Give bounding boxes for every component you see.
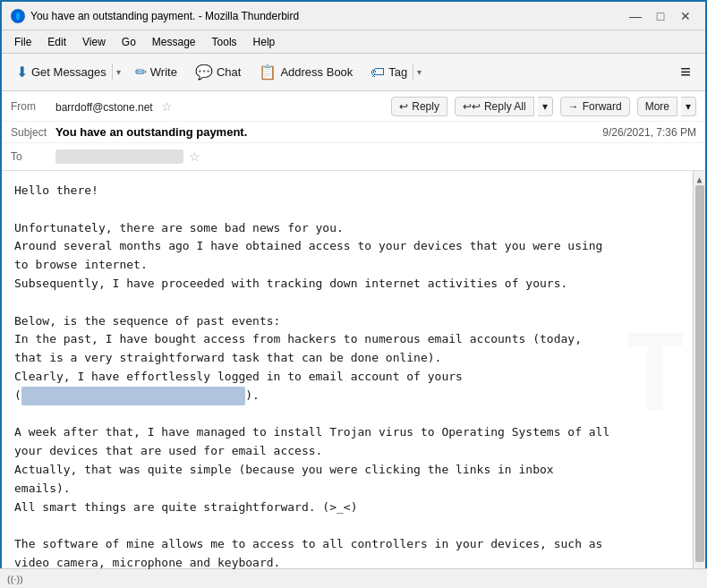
hamburger-button[interactable]: ≡ (673, 58, 698, 86)
scroll-up-icon[interactable]: ▲ (695, 173, 704, 183)
body-line-3: Around several months ago I have obtaine… (14, 237, 693, 256)
window-title: You have an outstanding payment. - Mozil… (30, 10, 299, 22)
menu-tools[interactable]: Tools (205, 34, 244, 50)
get-messages-button[interactable]: ⬇ Get Messages (9, 60, 112, 84)
from-row: From barrdoff@cstone.net ☆ ↩ Reply ↩↩ Re… (2, 91, 705, 122)
toolbar: ⬇ Get Messages ▾ ✏ Write 💬 Chat 📋 Addres… (2, 54, 705, 91)
menu-edit[interactable]: Edit (40, 34, 73, 50)
email-header: From barrdoff@cstone.net ☆ ↩ Reply ↩↩ Re… (2, 91, 705, 171)
get-messages-label: Get Messages (31, 65, 106, 79)
body-line-16: The software of mine allows me to access… (14, 535, 693, 554)
tag-group: 🏷 Tag ▾ (363, 61, 425, 84)
write-button[interactable]: ✏ Write (128, 60, 184, 84)
hamburger-icon: ≡ (680, 62, 691, 82)
body-line-5: Subsequently, I have proceeded with trac… (14, 275, 693, 294)
reply-all-icon: ↩↩ (463, 100, 481, 113)
body-line-7: In the past, I have bought access from h… (14, 330, 693, 349)
body-line-4: to browse internet. (14, 256, 693, 275)
scroll-thumb[interactable] (695, 185, 704, 562)
more-button[interactable]: More (637, 97, 677, 116)
to-value (55, 149, 183, 164)
sender-email: barrdoff@cstone.net (55, 101, 153, 114)
write-icon: ✏ (135, 64, 147, 81)
thunderbird-icon (11, 9, 25, 23)
address-book-button[interactable]: 📋 Address Book (251, 60, 360, 84)
tag-label: Tag (388, 65, 407, 79)
body-line-1: Hello there! (14, 182, 693, 200)
to-label: To (11, 150, 55, 163)
menu-file[interactable]: File (7, 34, 38, 50)
tag-button[interactable]: 🏷 Tag (363, 61, 413, 84)
reply-all-label: Reply All (484, 100, 526, 113)
body-line-9: Clearly, I have effortlessly logged in t… (14, 368, 693, 387)
menu-go[interactable]: Go (115, 34, 143, 50)
forward-icon: → (568, 100, 579, 113)
body-line-11: A week after that, I have managed to ins… (14, 423, 693, 442)
reply-icon: ↩ (399, 100, 408, 113)
reply-button[interactable]: ↩ Reply (391, 97, 447, 116)
body-line-13: Actually, that was quite simple (because… (14, 461, 693, 480)
subject-value: You have an outstanding payment. (55, 125, 602, 139)
email-action-buttons: ↩ Reply ↩↩ Reply All ▾ → Forward More ▾ (391, 97, 696, 116)
chat-button[interactable]: 💬 Chat (188, 60, 248, 84)
from-star-icon[interactable]: ☆ (161, 99, 173, 114)
minimize-button[interactable]: — (625, 5, 646, 27)
write-label: Write (150, 65, 177, 79)
body-line-17: video camera, microphone and keyboard. (14, 554, 693, 573)
body-line-18: I have managed to download all your pers… (14, 573, 693, 576)
from-value: barrdoff@cstone.net ☆ (55, 99, 391, 114)
address-book-icon: 📋 (259, 64, 277, 81)
chat-label: Chat (217, 65, 241, 79)
forward-button[interactable]: → Forward (560, 97, 630, 116)
body-line-6: Below, is the sequence of past events: (14, 312, 693, 331)
scrollbar[interactable]: ▲ ▼ (693, 171, 705, 576)
body-line-10: ( ). (14, 387, 693, 405)
chat-icon: 💬 (195, 64, 213, 81)
email-body[interactable]: T Hello there! Unfortunately, there are … (2, 171, 705, 576)
to-row: To ☆ (2, 143, 705, 170)
body-line-12: your devices that are used for email acc… (14, 442, 693, 461)
from-label: From (11, 100, 55, 113)
tag-dropdown-arrow-icon: ▾ (417, 67, 422, 77)
body-line-15: All smart things are quite straightforwa… (14, 499, 693, 517)
reply-all-dropdown[interactable]: ▾ (538, 97, 553, 116)
menu-help[interactable]: Help (246, 34, 283, 50)
reply-all-button[interactable]: ↩↩ Reply All (455, 97, 534, 116)
redacted-email (21, 387, 245, 405)
get-messages-dropdown[interactable]: ▾ (112, 64, 124, 81)
menu-view[interactable]: View (75, 34, 113, 50)
title-bar-left: You have an outstanding payment. - Mozil… (11, 9, 299, 23)
dropdown-arrow-icon: ▾ (116, 67, 121, 77)
to-star-icon[interactable]: ☆ (189, 149, 200, 164)
more-label: More (645, 100, 669, 113)
reply-all-dropdown-icon: ▾ (542, 100, 548, 113)
forward-label: Forward (583, 100, 622, 113)
close-button[interactable]: ✕ (675, 5, 696, 27)
more-dropdown-icon: ▾ (686, 100, 691, 113)
address-book-label: Address Book (280, 65, 353, 79)
menu-message[interactable]: Message (145, 34, 203, 50)
window-controls: — □ ✕ (625, 5, 696, 27)
reply-label: Reply (412, 100, 439, 113)
more-dropdown[interactable]: ▾ (681, 97, 696, 116)
body-line-14: emails). (14, 480, 693, 499)
title-bar: You have an outstanding payment. - Mozil… (2, 2, 705, 30)
email-date: 9/26/2021, 7:36 PM (602, 126, 696, 139)
get-messages-icon: ⬇ (16, 64, 28, 81)
email-content: Hello there! Unfortunately, there are so… (14, 182, 693, 576)
tag-icon: 🏷 (371, 64, 385, 81)
menu-bar: File Edit View Go Message Tools Help (2, 30, 705, 54)
body-line-2: Unfortunately, there are some bad news f… (14, 219, 693, 238)
maximize-button[interactable]: □ (650, 5, 671, 27)
subject-label: Subject (11, 126, 55, 139)
body-line-8: that is a very straightforward task that… (14, 349, 693, 368)
subject-row: Subject You have an outstanding payment.… (2, 122, 705, 143)
get-messages-group: ⬇ Get Messages ▾ (9, 60, 124, 84)
tag-dropdown[interactable]: ▾ (413, 64, 425, 81)
